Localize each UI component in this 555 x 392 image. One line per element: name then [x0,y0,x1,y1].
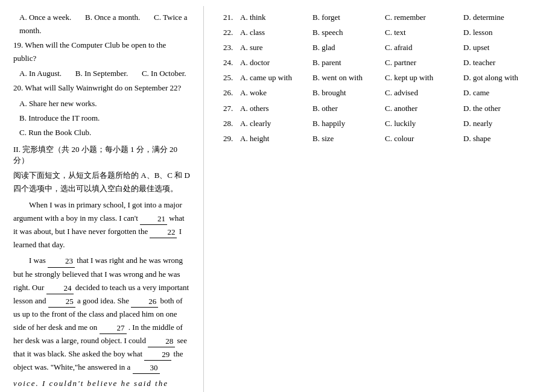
page-right: 21.A. thinkB. forgetC. rememberD. determ… [204,0,555,392]
option-1-1: B. speech [312,26,385,39]
option-1-0: A. class [240,26,312,39]
option-5-0: A. woke [240,86,312,100]
option-2-3: D. upset [463,41,542,54]
option-2-0: A. sure [240,41,312,54]
question-row-27: 27.A. othersB. otherC. anotherD. the oth… [217,102,542,115]
option-0-3: D. determine [463,11,542,24]
q19-opt-b: B. In September. [75,69,128,78]
option-6-2: C. another [385,102,463,115]
q20-opt-a: A. Share her new works. [13,97,190,110]
option-3-3: D. teacher [463,56,542,69]
option-4-1: B. went on with [312,71,385,84]
option-3-2: C. partner [385,56,463,69]
q19-options: A. In August. B. In September. C. In Oct… [13,67,190,80]
option-8-1: B. size [312,132,385,145]
option-0-0: A. think [240,11,312,24]
q-num-1: 22. [223,26,240,39]
option-3-0: A. doctor [240,56,312,69]
blank-26: 26 [131,296,158,308]
blank-23: 23 [48,256,75,267]
right-questions: 21.A. thinkB. forgetC. rememberD. determ… [217,11,542,145]
q18-opt-a: A. Once a week. [19,13,71,22]
option-0-2: C. remember [385,11,463,24]
q18-options: A. Once a week. B. Once a month. C. Twic… [13,11,190,37]
blank-30: 30 [133,362,160,374]
option-5-2: C. advised [385,86,463,100]
blank-22: 22 [150,227,177,238]
q-num-2: 23. [223,41,240,54]
option-5-1: B. brought [312,86,385,100]
question-row-22: 22.A. classB. speechC. textD. lesson [217,26,542,39]
question-row-25: 25.A. came up withB. went on withC. kept… [217,71,542,84]
exam-page: A. Once a week. B. Once a month. C. Twic… [0,0,555,392]
q-num-5: 26. [223,86,240,100]
q-num-0: 21. [223,11,240,24]
option-7-0: A. clearly [240,117,312,130]
q-num-6: 27. [223,102,240,115]
option-3-1: B. parent [312,56,385,69]
blank-25: 25 [48,296,75,308]
q18-opt-b: B. Once a month. [85,13,140,22]
option-4-3: D. got along with [463,71,542,84]
section2-desc: 阅读下面短文，从短文后各题所给的 A、B、C 和 D 四个选项中，选出可以填入空… [13,169,190,195]
option-4-0: A. came up with [240,71,312,84]
option-5-3: D. came [463,86,542,100]
option-0-1: B. forget [312,11,385,24]
option-6-1: B. other [312,102,385,115]
page-left: A. Once a week. B. Once a month. C. Twic… [0,0,203,392]
question-row-28: 28.A. clearlyB. happilyC. luckilyD. near… [217,117,542,130]
option-8-0: A. height [240,132,312,145]
blank-24: 24 [46,283,74,294]
option-6-3: D. the other [463,102,542,115]
option-4-2: C. kept up with [385,71,463,84]
option-7-2: C. luckily [385,117,463,130]
option-7-3: D. nearly [463,117,542,130]
q19-text: 19. When will the Computer Club be open … [13,39,190,65]
q20-opt-b: B. Introduce the IT room. [13,112,190,125]
option-1-3: D. lesson [463,26,542,39]
option-2-2: C. afraid [385,41,463,54]
q-num-4: 25. [223,71,240,84]
question-row-26: 26.A. wokeB. broughtC. advisedD. came [217,86,542,100]
q-num-3: 24. [223,56,240,69]
option-2-1: B. glad [312,41,385,54]
q20-opt-c: C. Run the Book Club. [13,126,190,139]
option-8-3: D. shape [463,132,542,145]
blank-27: 27 [100,323,127,334]
para2: I was 23 that I was right and he was wro… [13,254,190,374]
blank-21: 21 [140,213,167,225]
q19-opt-c: C. In October. [142,69,186,78]
question-row-29: 29.A. heightB. sizeC. colourD. shape [217,132,542,145]
q19-opt-a: A. In August. [19,69,62,78]
option-8-2: C. colour [385,132,463,145]
question-row-23: 23.A. sureB. gladC. afraidD. upset [217,41,542,54]
question-row-24: 24.A. doctorB. parentC. partnerD. teache… [217,56,542,69]
option-6-0: A. others [240,102,312,115]
q-num-7: 28. [223,117,240,130]
para1: When I was in primary school, I got into… [13,198,190,251]
section2-header: II. 完形填空（共 20 小题；每小题 1 分，满分 20 分） [13,144,190,166]
q20-text: 20. What will Sally Wainwright do on Sep… [13,81,190,95]
blank-28: 28 [148,336,175,347]
option-1-2: C. text [385,26,463,39]
question-row-21: 21.A. thinkB. forgetC. rememberD. determ… [217,11,542,24]
blank-29: 29 [144,349,171,361]
para2-spaced: voice. I couldn't believe he said the ob… [13,376,190,392]
option-7-1: B. happily [312,117,385,130]
q-num-8: 29. [223,132,240,145]
